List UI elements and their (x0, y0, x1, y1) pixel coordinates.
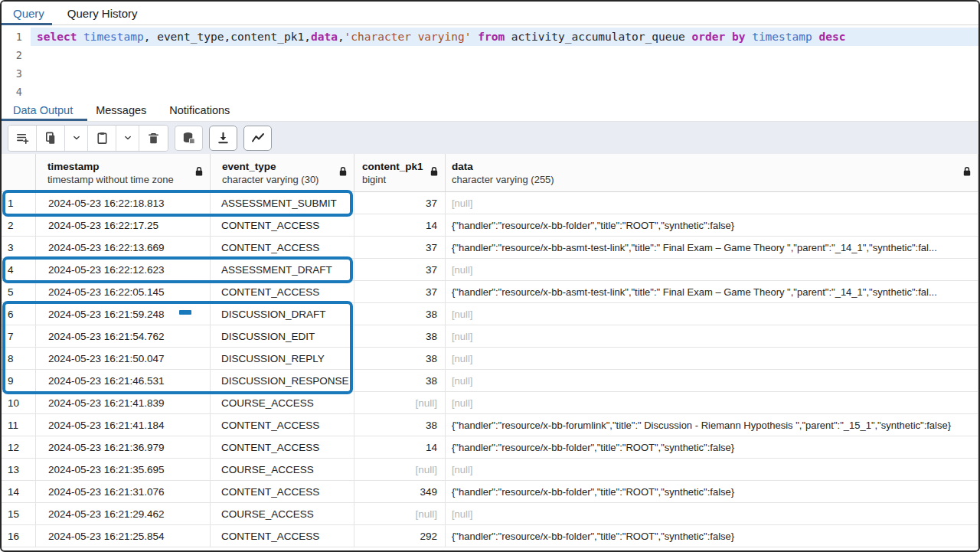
cell-timestamp[interactable]: 2024-05-23 16:21:41.839 (36, 392, 211, 413)
cell-timestamp[interactable]: 2024-05-23 16:22:12.623 (36, 259, 211, 280)
sql-code-line[interactable] (31, 64, 978, 83)
cell-content-pk1[interactable]: 37 (354, 259, 446, 280)
column-header-timestamp[interactable]: timestamptimestamp without time zone (36, 154, 211, 191)
column-header-content_pk1[interactable]: content_pk1bigint (354, 154, 446, 191)
cell-event-type[interactable]: CONTENT_ACCESS (211, 436, 354, 458)
cell-timestamp[interactable]: 2024-05-23 16:21:35.695 (36, 459, 211, 480)
cell-data[interactable]: {"handler":"resource/x-bb-folder","title… (446, 436, 978, 458)
cell-data[interactable]: [null] (446, 370, 978, 391)
row-number[interactable]: 7 (2, 325, 36, 347)
cell-timestamp[interactable]: 2024-05-23 16:21:54.762 (36, 325, 211, 347)
cell-event-type[interactable]: CONTENT_ACCESS (211, 414, 354, 436)
delete-rows-button[interactable] (139, 126, 168, 151)
cell-event-type[interactable]: DISCUSSION_EDIT (211, 325, 354, 347)
paste-button[interactable] (88, 126, 116, 151)
row-number[interactable]: 6 (2, 303, 36, 325)
row-number[interactable]: 5 (2, 281, 36, 302)
tab-data-output[interactable]: Data Output (2, 99, 84, 121)
row-number[interactable]: 15 (2, 503, 36, 524)
cell-data[interactable]: {"handler":"resource/x-bb-asmt-test-link… (446, 281, 978, 302)
tab-query[interactable]: Query (2, 2, 56, 24)
row-number[interactable]: 11 (2, 414, 36, 436)
cell-event-type[interactable]: ASSESSMENT_DRAFT (211, 259, 354, 280)
cell-data[interactable]: {"handler":"resource/x-bb-folder","title… (446, 214, 978, 236)
cell-event-type[interactable]: CONTENT_ACCESS (211, 525, 354, 547)
cell-content-pk1[interactable]: 292 (354, 525, 446, 547)
cell-content-pk1[interactable]: 37 (354, 281, 446, 302)
cell-content-pk1[interactable]: 38 (354, 325, 446, 347)
cell-timestamp[interactable]: 2024-05-23 16:21:36.979 (36, 436, 211, 458)
cell-event-type[interactable]: COURSE_ACCESS (211, 392, 354, 413)
row-number[interactable]: 1 (2, 192, 36, 214)
cell-timestamp[interactable]: 2024-05-23 16:21:29.462 (36, 503, 211, 524)
save-results-button[interactable] (209, 126, 237, 151)
row-number[interactable]: 4 (2, 259, 36, 280)
tab-messages[interactable]: Messages (84, 99, 158, 121)
cell-timestamp[interactable]: 2024-05-23 16:21:46.531 (36, 370, 211, 391)
cell-content-pk1[interactable]: [null] (354, 503, 446, 524)
graph-visualiser-button[interactable] (243, 126, 272, 151)
cell-event-type[interactable]: COURSE_ACCESS (211, 503, 354, 524)
cell-content-pk1[interactable]: 38 (354, 414, 446, 436)
tab-notifications[interactable]: Notifications (158, 99, 241, 121)
row-number[interactable]: 2 (2, 214, 36, 236)
cell-timestamp[interactable]: 2024-05-23 16:21:31.076 (36, 481, 211, 502)
column-header-event_type[interactable]: event_typecharacter varying (30) (211, 154, 354, 191)
cell-content-pk1[interactable]: 37 (354, 192, 446, 214)
row-number[interactable]: 8 (2, 348, 36, 369)
cell-data[interactable]: [null] (446, 503, 978, 524)
cell-content-pk1[interactable]: 37 (354, 237, 446, 258)
cell-timestamp[interactable]: 2024-05-23 16:22:17.25 (36, 214, 211, 236)
copy-options-button[interactable] (65, 126, 88, 151)
row-number[interactable]: 16 (2, 525, 36, 547)
save-data-changes-button[interactable] (175, 126, 203, 151)
cell-data[interactable]: [null] (446, 459, 978, 480)
cell-event-type[interactable]: DISCUSSION_RESPONSE (211, 370, 354, 391)
cell-content-pk1[interactable]: [null] (354, 392, 446, 413)
cell-timestamp[interactable]: 2024-05-23 16:22:13.669 (36, 237, 211, 258)
select-all-corner[interactable] (2, 154, 36, 191)
cell-timestamp[interactable]: 2024-05-23 16:21:25.854 (36, 525, 211, 547)
paste-options-button[interactable] (116, 126, 139, 151)
cell-data[interactable]: {"handler":"resource/x-bb-forumlink","ti… (446, 414, 978, 436)
cell-timestamp[interactable]: 2024-05-23 16:21:50.047 (36, 348, 211, 369)
cell-event-type[interactable]: ASSESSMENT_SUBMIT (211, 192, 354, 214)
cell-data[interactable]: [null] (446, 348, 978, 369)
row-number[interactable]: 9 (2, 370, 36, 391)
row-number[interactable]: 10 (2, 392, 36, 413)
cell-timestamp[interactable]: 2024-05-23 16:21:59.248 (36, 303, 211, 325)
cell-event-type[interactable]: DISCUSSION_REPLY (211, 348, 354, 369)
sql-code-line[interactable] (31, 46, 978, 64)
cell-content-pk1[interactable]: 349 (354, 481, 446, 502)
cell-data[interactable]: {"handler":"resource/x-bb-asmt-test-link… (446, 237, 978, 258)
sql-editor[interactable]: 1select timestamp, event_type,content_pk… (2, 25, 978, 99)
cell-data[interactable]: [null] (446, 192, 978, 214)
sql-code-line[interactable]: select timestamp, event_type,content_pk1… (31, 28, 978, 46)
add-row-button[interactable] (8, 126, 37, 151)
row-number[interactable]: 3 (2, 237, 36, 258)
cell-data[interactable]: [null] (446, 259, 978, 280)
cell-timestamp[interactable]: 2024-05-23 16:22:18.813 (36, 192, 211, 214)
tab-query-history[interactable]: Query History (56, 2, 149, 24)
cell-timestamp[interactable]: 2024-05-23 16:21:41.184 (36, 414, 211, 436)
cell-event-type[interactable]: CONTENT_ACCESS (211, 481, 354, 502)
cell-data[interactable]: [null] (446, 392, 978, 413)
cell-data[interactable]: [null] (446, 325, 978, 347)
cell-content-pk1[interactable]: [null] (354, 459, 446, 480)
column-header-data[interactable]: datacharacter varying (255) (446, 154, 978, 191)
row-number[interactable]: 14 (2, 481, 36, 502)
cell-event-type[interactable]: DISCUSSION_DRAFT (211, 303, 354, 325)
cell-event-type[interactable]: COURSE_ACCESS (211, 459, 354, 480)
cell-event-type[interactable]: CONTENT_ACCESS (211, 281, 354, 302)
cell-content-pk1[interactable]: 38 (354, 370, 446, 391)
cell-data[interactable]: [null] (446, 303, 978, 325)
cell-event-type[interactable]: CONTENT_ACCESS (211, 214, 354, 236)
cell-content-pk1[interactable]: 38 (354, 348, 446, 369)
cell-content-pk1[interactable]: 14 (354, 214, 446, 236)
copy-button[interactable] (37, 126, 65, 151)
cell-data[interactable]: {"handler":"resource/x-bb-folder","title… (446, 481, 978, 502)
row-number[interactable]: 13 (2, 459, 36, 480)
cell-data[interactable]: {"handler":"resource/x-bb-folder","title… (446, 525, 978, 547)
row-number[interactable]: 12 (2, 436, 36, 458)
cell-content-pk1[interactable]: 38 (354, 303, 446, 325)
